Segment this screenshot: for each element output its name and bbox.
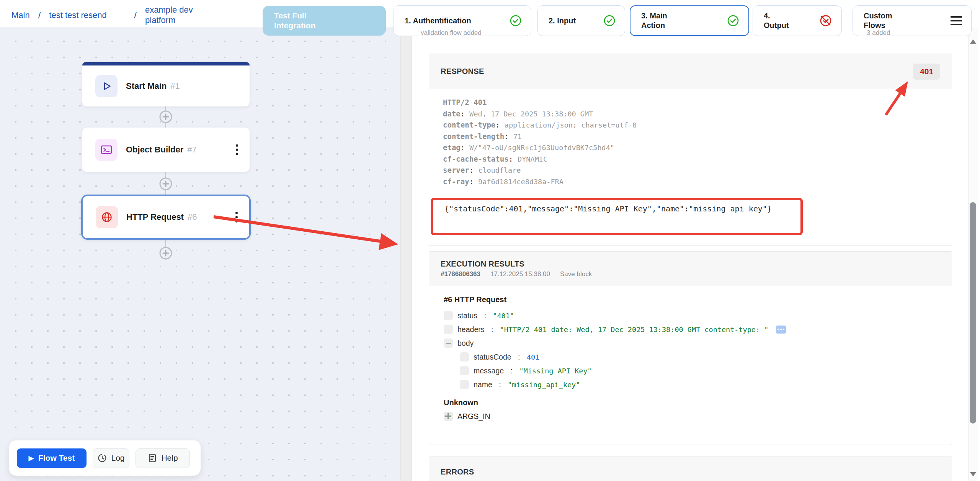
node-number: #7 <box>187 145 196 154</box>
args-in-row: ARGS_IN <box>444 412 937 421</box>
breadcrumb: Main / test test resend / example dev pl… <box>11 5 210 25</box>
response-header: RESPONSE 401 <box>429 54 952 89</box>
result-row-statuscode: statusCode : 401 <box>460 350 937 364</box>
errors-panel: ERRORS <box>429 456 952 481</box>
tab-label: 2. Input <box>549 16 577 26</box>
response-header-line: HTTP/2 401: <box>443 97 938 108</box>
terminal-icon <box>95 139 118 161</box>
document-icon <box>147 453 157 463</box>
help-button[interactable]: Help <box>136 448 190 468</box>
response-header-line: cf-cache-status: DYNAMIC <box>443 154 938 165</box>
scroll-up-arrow[interactable] <box>970 39 976 44</box>
response-header-line: cf-ray: 9af6d1814ce8d38a-FRA <box>443 176 938 188</box>
check-circle-off-icon <box>819 14 832 27</box>
plus-expand-icon[interactable] <box>444 412 453 421</box>
node-number: #6 <box>188 212 197 222</box>
execution-timestamp: 17.12.2025 15:38:00 <box>490 270 550 278</box>
expand-toggle[interactable] <box>460 380 469 389</box>
breadcrumb-separator: / <box>38 10 41 20</box>
check-circle-icon <box>510 15 522 27</box>
flow-test-button[interactable]: ▶ Flow Test <box>17 448 87 468</box>
add-step-button[interactable] <box>159 177 173 191</box>
panel-scrollbar[interactable] <box>968 27 978 481</box>
globe-icon <box>96 206 118 228</box>
execution-run-id: #1786806363 <box>441 270 480 278</box>
response-title: RESPONSE <box>441 67 484 76</box>
execution-results-title: EXECUTION RESULTS <box>441 260 524 268</box>
response-header-line: content-type: application/json; charset=… <box>443 119 938 131</box>
status-code-badge: 401 <box>913 64 940 80</box>
breadcrumb-item-main[interactable]: Main <box>11 10 30 20</box>
tab-main-action[interactable]: 3. Main Action <box>630 5 749 36</box>
expand-toggle[interactable] <box>444 325 453 334</box>
menu-icon <box>951 16 962 25</box>
tab-label: 3. Main Action <box>641 11 685 30</box>
execution-results-body: #6 HTTP Request status : "401" headers :… <box>429 286 952 430</box>
play-icon <box>95 75 118 97</box>
response-header-line: date: Wed, 17 Dec 2025 13:38:00 GMT <box>443 108 938 120</box>
breadcrumb-item-flow[interactable]: test test resend <box>49 10 126 20</box>
tab-input[interactable]: 2. Input <box>537 5 625 36</box>
node-accent-bar <box>82 62 250 65</box>
scroll-down-arrow[interactable] <box>970 472 976 476</box>
errors-header: ERRORS <box>429 457 952 481</box>
test-full-integration-label: Test Full Integration <box>274 11 332 31</box>
node-menu-icon[interactable] <box>234 210 239 224</box>
execution-results-header: EXECUTION RESULTS #1786806363 17.12.2025… <box>429 252 952 286</box>
integration-builder-page: Main / test test resend / example dev pl… <box>0 0 980 481</box>
expand-toggle[interactable] <box>444 311 453 320</box>
args-in-label: ARGS_IN <box>457 412 490 421</box>
response-header-line: content-length: 71 <box>443 131 938 142</box>
check-circle-icon <box>603 15 616 27</box>
flow-test-label: Flow Test <box>38 453 75 463</box>
tab-sublabel: validation flow added <box>421 29 486 37</box>
execution-block-title: #6 HTTP Request <box>444 295 937 304</box>
expand-ellipsis-button[interactable] <box>776 326 786 334</box>
test-full-integration-button[interactable]: Test Full Integration <box>263 6 386 36</box>
log-button[interactable]: Log <box>93 448 129 468</box>
tab-custom-flows[interactable]: Custom Flows 3 added <box>853 5 972 36</box>
canvas-footer-toolbar: ▶ Flow Test Log Help <box>9 440 201 476</box>
scrollbar-thumb[interactable] <box>970 202 976 424</box>
node-object-builder[interactable]: Object Builder#7 <box>82 128 250 172</box>
execution-results-panel: EXECUTION RESULTS #1786806363 17.12.2025… <box>429 251 952 445</box>
tab-output[interactable]: 4. Output <box>753 5 842 36</box>
node-title: Object Builder <box>126 145 183 154</box>
node-http-request[interactable]: HTTP Request#6 <box>81 195 251 240</box>
tab-sublabel: 3 added <box>867 29 913 37</box>
unknown-section-title: Unknown <box>444 398 937 407</box>
add-step-button[interactable] <box>159 246 173 260</box>
collapse-toggle[interactable] <box>444 339 453 348</box>
tab-label: 1. Authentification <box>405 16 474 26</box>
result-row-status: status : "401" <box>444 309 937 322</box>
node-menu-icon[interactable] <box>234 143 240 157</box>
breadcrumb-separator: / <box>134 10 137 20</box>
node-number: #1 <box>170 81 180 91</box>
response-header-line: server: cloudflare <box>443 165 938 176</box>
node-title: HTTP Request <box>126 212 184 222</box>
node-title: Start Main <box>126 81 167 91</box>
tab-authentification[interactable]: 1. Authentification validation flow adde… <box>394 5 531 36</box>
expand-toggle[interactable] <box>460 352 469 362</box>
errors-title: ERRORS <box>441 468 474 476</box>
tab-label: Custom Flows <box>864 11 913 30</box>
save-block-link[interactable]: Save block <box>560 270 592 278</box>
log-label: Log <box>111 453 124 463</box>
add-step-button[interactable] <box>159 110 173 124</box>
result-row-headers: headers : "HTTP/2 401 date: Wed, 17 Dec … <box>444 322 937 336</box>
response-body: HTTP/2 401: date: Wed, 17 Dec 2025 13:38… <box>429 89 952 221</box>
result-row-message: message : "Missing API Key" <box>460 364 937 378</box>
response-json-body: {"statusCode":401,"message":"Missing API… <box>443 204 938 213</box>
check-circle-icon <box>727 15 739 27</box>
response-header-line: etag: W/"47-oU/sgNR+c1j63UuofdvBK7c5hd4" <box>443 142 938 154</box>
play-icon: ▶ <box>29 455 34 461</box>
tab-label: 4. Output <box>764 11 796 30</box>
panel-divider[interactable] <box>400 27 412 481</box>
execution-meta: #1786806363 17.12.2025 15:38:00 Save blo… <box>441 270 592 278</box>
node-start-main[interactable]: Start Main#1 <box>82 62 250 106</box>
help-label: Help <box>161 453 178 463</box>
expand-toggle[interactable] <box>460 366 469 375</box>
history-clock-icon <box>97 453 107 463</box>
response-panel: RESPONSE 401 HTTP/2 401: date: Wed, 17 D… <box>429 54 952 246</box>
breadcrumb-item-platform[interactable]: example dev platform <box>145 5 210 25</box>
